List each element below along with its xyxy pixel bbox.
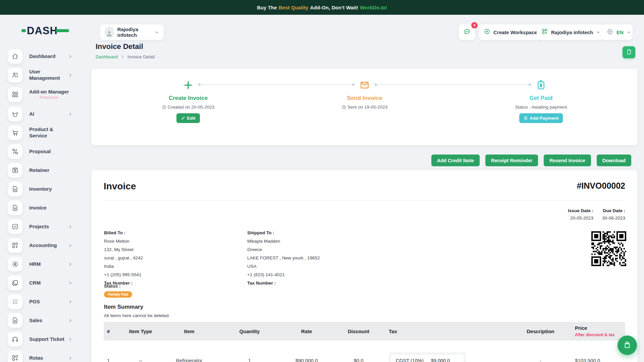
sidebar-item-label: Dashboard bbox=[29, 53, 55, 60]
shipped-to-block: Shipped To : Mikayla Madden Greece LAKE … bbox=[247, 230, 388, 289]
status-block: Status : Partialy Paid bbox=[104, 284, 132, 298]
pencil-icon bbox=[181, 116, 185, 120]
resend-invoice-button[interactable]: Resend Invoice bbox=[544, 155, 591, 166]
col-price: Price After discount & tax bbox=[572, 322, 625, 340]
sidebar-item-accounting[interactable]: Accounting bbox=[0, 236, 77, 255]
col-item-type: Item Type bbox=[120, 326, 161, 337]
chevron-down-icon bbox=[627, 30, 631, 35]
proposal-icon bbox=[8, 144, 22, 159]
sidebar-item-crm[interactable]: CRM bbox=[0, 274, 77, 292]
language-label: EN bbox=[616, 29, 624, 35]
step-create-invoice: Create Invoice Created on 20-05-2023 Edi… bbox=[135, 79, 242, 123]
app-root: Buy The Best Quality Add-On, Don’t Wait!… bbox=[0, 0, 644, 362]
grid-plus-icon bbox=[541, 28, 548, 36]
col-discount: Discount bbox=[332, 326, 385, 337]
row-quantity: 1 bbox=[218, 355, 281, 362]
billed-to-country: India bbox=[104, 263, 245, 269]
sidebar-item-sales[interactable]: Sales bbox=[0, 311, 77, 330]
shipped-to-name: Mikayla Madden bbox=[247, 238, 388, 244]
sidebar-item-inventory[interactable]: Inventory bbox=[0, 180, 77, 198]
clock-icon bbox=[162, 105, 166, 109]
step-get-paid: Get Paid Status : Awaiting payment Add P… bbox=[487, 79, 595, 123]
promo-text-middle: Add-On, Don’t Wait! bbox=[310, 5, 359, 10]
chevron-right-icon bbox=[68, 318, 72, 323]
row-description: - bbox=[509, 355, 572, 362]
promo-link[interactable]: WorkDo.Io! bbox=[360, 5, 387, 10]
col-quantity: Quantity bbox=[218, 326, 281, 337]
invoice-detail-card: Invoice #INVO00002 Issue Date : 20-05-20… bbox=[92, 170, 637, 362]
col-rate: Rate bbox=[281, 326, 332, 337]
export-document-button[interactable] bbox=[623, 46, 635, 58]
floating-cart-button[interactable] bbox=[618, 336, 637, 355]
support-icon bbox=[8, 332, 22, 347]
sales-icon bbox=[8, 313, 22, 328]
receipt-reminder-button[interactable]: Receipt Reminder bbox=[485, 155, 538, 166]
sidebar-item-dashboard[interactable]: Dashboard bbox=[0, 47, 77, 66]
invoice-number: #INVO00002 bbox=[577, 181, 625, 191]
create-workspace-button[interactable]: Create Workspace bbox=[479, 24, 542, 40]
shipped-to-label: Shipped To : bbox=[247, 230, 388, 236]
add-credit-note-button[interactable]: Add Credit Note bbox=[431, 155, 480, 166]
billed-to-city: surat , gujrat , 4242 bbox=[104, 255, 245, 261]
invoice-icon bbox=[8, 200, 22, 215]
premium-tag: Premium bbox=[29, 95, 69, 100]
chevron-right-icon bbox=[68, 300, 72, 304]
shipped-to-country2: USA bbox=[247, 263, 388, 269]
chevron-right-icon bbox=[68, 225, 72, 229]
sidebar-item-label: Rotas bbox=[29, 355, 43, 361]
clock-icon bbox=[342, 105, 346, 109]
sidebar-item-label: User Management bbox=[29, 69, 68, 81]
language-selector[interactable]: EN bbox=[602, 24, 633, 40]
accounting-icon bbox=[8, 238, 22, 253]
rotas-icon bbox=[8, 351, 22, 362]
row-num: 1 bbox=[104, 355, 120, 362]
sidebar-item-pos[interactable]: POS bbox=[0, 292, 77, 311]
chevron-right-icon bbox=[121, 55, 124, 59]
item-table: # Item Type Item Quantity Rate Discount … bbox=[104, 322, 625, 362]
col-item: Item bbox=[161, 326, 218, 337]
invoice-heading: Invoice bbox=[104, 181, 136, 192]
addon-icon bbox=[8, 87, 22, 102]
issue-date-label: Issue Date : bbox=[568, 208, 593, 213]
sidebar-item-support-ticket[interactable]: Support Ticket bbox=[0, 330, 77, 349]
cart-icon bbox=[8, 125, 22, 140]
sidebar-item-ai[interactable]: AI bbox=[0, 105, 77, 123]
sidebar-item-product-service[interactable]: Product & Service bbox=[0, 123, 77, 142]
chat-icon bbox=[463, 28, 471, 37]
download-button[interactable]: Download bbox=[597, 155, 631, 166]
workspace-menu-label: Rajodiya infotech bbox=[551, 29, 593, 35]
chevron-down-icon bbox=[155, 30, 159, 35]
sidebar-item-rotas[interactable]: Rotas bbox=[0, 349, 77, 362]
sidebar-item-retainer[interactable]: Retainer bbox=[0, 161, 77, 180]
projects-icon bbox=[8, 219, 22, 234]
sidebar-item-add-on-manager[interactable]: Add-on ManagerPremium bbox=[0, 84, 77, 105]
sidebar-item-proposal[interactable]: Proposal bbox=[0, 142, 77, 161]
row-rate: $90,000.0 bbox=[281, 355, 332, 362]
edit-invoice-button[interactable]: Edit bbox=[176, 113, 200, 123]
tax-box: CGST (10%) $9,000.0 bbox=[389, 352, 466, 362]
chevron-right-icon bbox=[68, 337, 72, 342]
billed-to-street: 132, My Street bbox=[104, 247, 245, 253]
shipped-to-country1: Greece bbox=[247, 247, 388, 253]
page-title: Invoice Detail bbox=[96, 42, 143, 51]
sidebar-item-hrm[interactable]: HRM bbox=[0, 255, 77, 274]
home-icon bbox=[8, 49, 22, 64]
issue-date-value: 20-05-2023 bbox=[568, 216, 593, 221]
row-price: $103,500.0 bbox=[572, 355, 625, 362]
messages-button[interactable]: 0 bbox=[459, 24, 475, 40]
sidebar-item-label: POS bbox=[29, 299, 40, 305]
sidebar-item-projects[interactable]: Projects bbox=[0, 217, 77, 236]
workspace-selector[interactable]: Rajodiya infotech bbox=[100, 24, 164, 40]
step-subtitle: Created on 20-05-2023 bbox=[135, 105, 242, 110]
plus-circle-icon bbox=[484, 28, 490, 36]
table-row: 1 -- Refrigerator 1 $90,000.0 $0.0 CGST … bbox=[104, 341, 625, 362]
sidebar-item-user-management[interactable]: User Management bbox=[0, 66, 77, 84]
invoice-dates: Issue Date : 20-05-2023 Due Date : 30-08… bbox=[104, 208, 625, 221]
globe-icon bbox=[606, 28, 613, 37]
workspace-menu[interactable]: Rajodiya infotech bbox=[537, 24, 605, 40]
step-subtitle: Sent on 19-05-2023 bbox=[311, 105, 418, 110]
add-payment-button[interactable]: Add Payment bbox=[519, 113, 563, 123]
breadcrumb-dashboard-link[interactable]: Dashboard bbox=[96, 54, 118, 59]
sidebar-item-invoice[interactable]: Invoice bbox=[0, 198, 77, 217]
sidebar-item-label: AI bbox=[29, 111, 34, 117]
